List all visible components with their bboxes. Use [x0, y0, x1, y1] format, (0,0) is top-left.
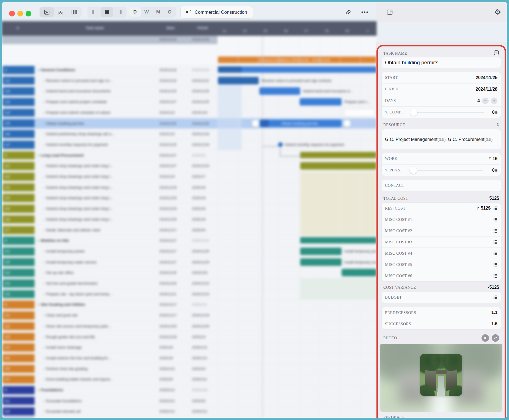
finish-row[interactable]: FINISH 2024/11/28 [382, 83, 501, 95]
keypad-icon[interactable] [493, 251, 497, 255]
task-name-cell[interactable]: ○Install storm drainage [43, 345, 82, 349]
task-name-cell[interactable]: ○Submit preliminary shop drawings ad/ a… [43, 132, 115, 136]
finish-cell[interactable]: 2024/11/29 [192, 100, 209, 104]
finish-cell[interactable]: 2024/12/13 [192, 292, 209, 296]
start-cell[interactable]: 2025/1/6 [159, 356, 173, 360]
bar-drag-handle[interactable] [252, 120, 259, 127]
finish-cell[interactable]: 2025/2/11 [192, 378, 207, 382]
task-name-cell[interactable]: ▾Foundations [38, 388, 63, 392]
start-cell[interactable]: 2025/2/12 [159, 410, 175, 413]
task-bar[interactable] [300, 162, 377, 169]
start-cell[interactable]: 2024/12/11 [159, 292, 177, 296]
finish-cell[interactable]: 2024/12/5 [192, 271, 207, 275]
finish-cell[interactable]: 2025/2/21 [192, 410, 207, 413]
task-name-cell[interactable]: ○Clear and grub site [43, 313, 78, 317]
more-icon[interactable]: ••• [361, 8, 369, 16]
start-cell[interactable]: 2025/2/12 [159, 399, 175, 403]
task-name-cell[interactable]: ▾General Conditions [38, 68, 75, 72]
left-panel-button[interactable] [88, 7, 101, 17]
close-window-button[interactable] [9, 11, 15, 16]
budget-field[interactable]: BUDGET [382, 292, 501, 303]
start-cell[interactable]: 2024/12/25 [159, 207, 177, 211]
start-cell[interactable]: 2024/12/25 [159, 185, 177, 189]
successors-row[interactable]: SUCCESSORS 1.6 [382, 318, 501, 329]
task-name-cell[interactable]: ○Perform final site grading [43, 367, 87, 371]
task-name-cell[interactable]: ○Set line and grade benchmarks [43, 281, 98, 285]
task-name-field[interactable]: Obtain building permits [382, 57, 501, 68]
keypad-icon[interactable] [493, 274, 497, 278]
task-photo[interactable] [420, 354, 462, 396]
finish-cell[interactable]: 2024/12/24 [192, 164, 209, 168]
task-name-cell[interactable]: ▾Site Grading and Utilities [38, 303, 85, 307]
task-name-cell[interactable]: ○Excavate foundations [43, 399, 82, 403]
columns-view-button[interactable] [67, 7, 81, 17]
start-cell[interactable]: 2024/11/27 [159, 260, 177, 264]
zoom-window-button[interactable] [26, 11, 31, 16]
task-name-cell[interactable]: ○Excavate elevator pit [43, 409, 81, 413]
misc-cost-row-1[interactable]: MISC COST #1 [382, 214, 501, 225]
finish-cell[interactable]: 2025/2/11 [192, 303, 207, 307]
task-name-cell[interactable]: ○Submit shop drawings and order long l… [43, 185, 114, 189]
keypad-icon[interactable] [493, 229, 497, 233]
start-cell[interactable]: 2024/11/18 [159, 79, 177, 83]
start-cell[interactable]: 2024/11/27 [159, 239, 177, 243]
days-decrement-button[interactable]: − [482, 98, 489, 104]
finish-cell[interactable]: 2024/12/13 [192, 239, 209, 243]
task-bar[interactable] [259, 87, 300, 95]
finish-cell[interactable]: 2024/12/4 [192, 111, 207, 115]
finish-cell[interactable]: 2024/12/10 [192, 282, 209, 285]
task-name-cell[interactable]: ○Install temporary power [43, 249, 85, 253]
photo-remove-button[interactable] [482, 334, 489, 342]
misc-cost-row-5[interactable]: MISC COST #5 [382, 259, 501, 270]
percent-phys-slider[interactable] [410, 167, 483, 174]
misc-cost-row-3[interactable]: MISC COST #3 [382, 236, 501, 247]
finish-cell[interactable]: 2024/11/29 [192, 260, 209, 264]
task-bar-offscreen[interactable] [344, 109, 375, 116]
resource-field[interactable]: G.C. Project Management(0.5), G.C. Procu… [382, 129, 501, 149]
start-cell[interactable]: 2024/12/17 [159, 228, 177, 232]
task-name-cell[interactable]: ▾Mobilize on Site [38, 238, 69, 243]
start-cell[interactable]: 2024/11/27 [159, 154, 177, 157]
gantt-table-blurred-region[interactable]: #Task nameStartFinish2122252627282922024… [2, 21, 377, 418]
finish-cell[interactable]: 2025/2/5 [192, 154, 205, 157]
network-view-button[interactable] [54, 7, 67, 17]
keypad-icon[interactable] [493, 240, 497, 244]
finish-cell[interactable]: 2025/1/3 [192, 335, 205, 339]
finish-cell[interactable]: 2024/11/29 [192, 89, 209, 93]
task-name-cell[interactable]: ○Submit shop drawings and order long l… [43, 164, 114, 168]
task-bar[interactable] [300, 247, 342, 255]
finish-cell[interactable]: 2025/1/7 [192, 175, 205, 179]
task-name-cell[interactable]: ○Rough grade site (cut and fill) [43, 335, 95, 339]
bar-drag-handle[interactable] [344, 120, 350, 127]
keypad-icon[interactable] [493, 218, 497, 222]
start-cell[interactable]: 2025/1/6 [159, 346, 173, 349]
task-name-cell[interactable]: ○Submit shop drawings and order long l… [43, 196, 114, 200]
task-name-cell[interactable]: ○Install exterior fire line and building… [43, 356, 111, 360]
project-title-button[interactable]: ✦✦ Commercial Construction [180, 6, 253, 19]
start-cell[interactable]: 2025/2/12 [159, 388, 175, 392]
finish-cell[interactable]: 2025/1/8 [192, 196, 205, 200]
start-cell[interactable]: 2025/1/22 [159, 367, 175, 371]
finish-cell[interactable]: 2024/11/28 [192, 121, 209, 125]
task-bar[interactable] [300, 98, 342, 105]
start-cell[interactable]: 2024/11/25 [159, 143, 177, 147]
finish-cell[interactable]: 2025/1/8 [192, 218, 205, 221]
timescale-d-button[interactable]: D [129, 7, 141, 17]
finish-cell[interactable]: 2024/11/22 [192, 79, 209, 83]
split-panel-button[interactable] [101, 7, 113, 17]
start-cell[interactable]: 2024/12/25 [159, 196, 177, 200]
table-row[interactable] [2, 417, 377, 418]
start-cell[interactable]: 2024/11/25 [159, 121, 177, 125]
finish-cell[interactable]: 2025/1/21 [192, 346, 207, 349]
task-name-cell[interactable]: ○Receive notice to proceed and sign co… [43, 79, 113, 83]
summary-bar[interactable] [218, 66, 376, 73]
task-name-cell[interactable]: ○Prepare and submit project schedule [43, 100, 107, 104]
finish-cell[interactable]: 2024/12/16 [192, 132, 209, 136]
task-name-cell[interactable]: ○Prepare and submit schedule of values [43, 110, 111, 115]
misc-cost-row-2[interactable]: MISC COST #2 [382, 225, 501, 236]
start-cell[interactable]: 2024/11/27 [159, 164, 177, 168]
settings-icon[interactable]: ⚙ [494, 8, 502, 16]
start-cell[interactable]: 2024/12/2 [159, 111, 175, 115]
right-panel-button[interactable] [113, 7, 126, 17]
finish-cell[interactable]: 2024/12/16 [192, 143, 209, 147]
